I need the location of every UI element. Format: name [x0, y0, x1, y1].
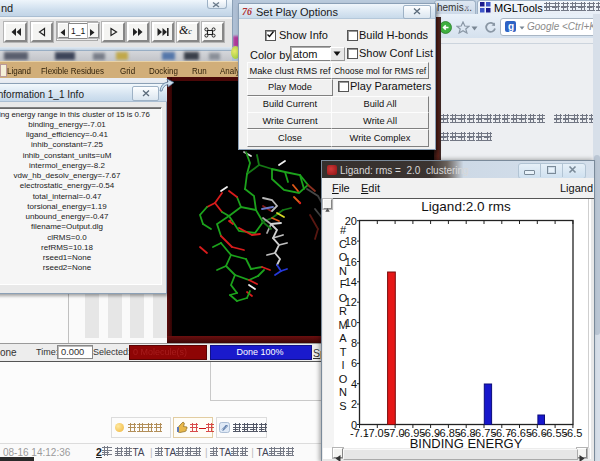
svg-text:BINDING ENERGY: BINDING ENERGY — [410, 436, 523, 451]
svg-text:R: R — [339, 305, 347, 317]
svg-text:C: C — [339, 238, 347, 250]
svg-text:14: 14 — [345, 276, 357, 288]
svg-text:Ligand:2.0 rms: Ligand:2.0 rms — [421, 199, 511, 214]
svg-text:T: T — [340, 346, 347, 358]
svg-text:M: M — [338, 319, 347, 331]
svg-text:I: I — [341, 359, 344, 371]
svg-text:O: O — [339, 373, 348, 385]
svg-text:8: 8 — [351, 337, 357, 349]
svg-text:20: 20 — [345, 215, 357, 227]
svg-text:O: O — [339, 292, 348, 304]
svg-text:2: 2 — [351, 398, 357, 410]
svg-text:O: O — [339, 251, 348, 263]
svg-text:N: N — [339, 265, 347, 277]
svg-text:F: F — [340, 278, 347, 290]
svg-text:4: 4 — [351, 378, 357, 390]
svg-text:S: S — [339, 400, 346, 412]
svg-text:-6.5: -6.5 — [563, 427, 582, 439]
svg-text:A: A — [339, 332, 347, 344]
svg-text:#: # — [340, 224, 347, 236]
svg-text:6: 6 — [351, 357, 357, 369]
svg-text:N: N — [339, 386, 347, 398]
